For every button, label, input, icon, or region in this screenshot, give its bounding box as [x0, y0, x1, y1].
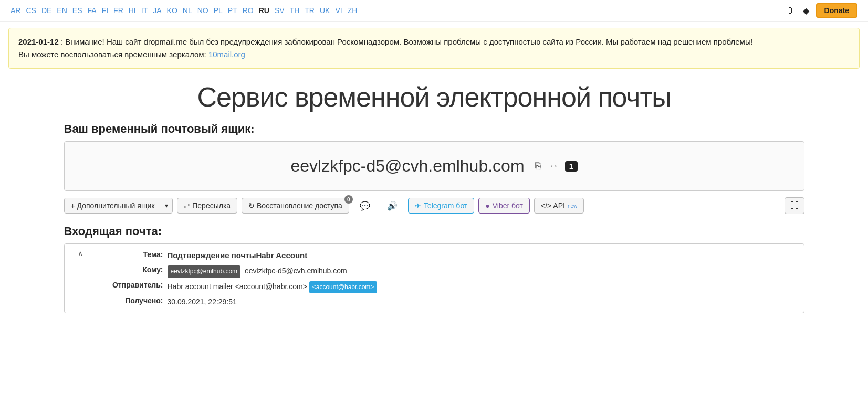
- lang-pt[interactable]: PT: [228, 6, 237, 15]
- lang-nl[interactable]: NL: [183, 6, 192, 15]
- main-content: Сервис временной электронной почты Ваш в…: [54, 81, 815, 313]
- alert-date: 2021-01-12: [18, 37, 59, 46]
- donate-button[interactable]: Donate: [816, 3, 857, 18]
- field-labels: Тема: Кому: Отправитель: Получено:: [95, 248, 163, 307]
- email-subject: Подтверждение почтыHabr Account: [168, 248, 799, 262]
- lang-sv[interactable]: SV: [275, 6, 285, 15]
- to-plain: eevlzkfpc-d5@cvh.emlhub.com: [245, 267, 347, 275]
- mailbox-address: eevlzkfpc-d5@cvh.emlhub.com: [290, 156, 524, 176]
- alert-mirror-text: Вы можете воспользоваться временным зерк…: [18, 50, 208, 59]
- alert-text: : Внимание! Наш сайт dropmail.me был без…: [61, 37, 753, 46]
- lang-ja[interactable]: JA: [153, 6, 161, 15]
- mailbox-actions: ⎘ ↔ 1: [533, 160, 578, 173]
- lang-vi[interactable]: VI: [335, 6, 342, 15]
- lang-ar[interactable]: AR: [11, 6, 20, 15]
- field-values: Подтверждение почтыHabr Account eevlzkfp…: [168, 248, 799, 309]
- language-links: ARCSDEENESFAFIFRHIITJAKONLNOPLPTRORUSVTH…: [11, 6, 357, 15]
- received-label: Получено:: [95, 294, 163, 307]
- access-restore-button[interactable]: ↻ Восстановление доступа 0: [242, 198, 349, 214]
- email-row-0[interactable]: ∧ Тема: Кому: Отправитель: Получено: Под…: [65, 244, 804, 313]
- access-restore-wrapper: ↻ Восстановление доступа 0: [242, 198, 349, 214]
- lang-en[interactable]: EN: [57, 6, 67, 15]
- to-tag-1: eevlzkfpc@emlhub.com: [168, 265, 241, 278]
- alert-message: 2021-01-12 : Внимание! Наш сайт dropmail…: [18, 36, 850, 48]
- sound-button[interactable]: 🔊: [381, 198, 404, 214]
- inbox-label: Входящая почта:: [64, 225, 804, 238]
- from-tag: <account@habr.com>: [309, 281, 378, 294]
- expand-icon[interactable]: ∧: [70, 248, 91, 258]
- lang-fi[interactable]: FI: [102, 6, 108, 15]
- lang-fa[interactable]: FA: [88, 6, 97, 15]
- subject-label: Тема:: [95, 248, 163, 261]
- email-to: eevlzkfpc@emlhub.com eevlzkfpc-d5@cvh.em…: [168, 264, 799, 278]
- bitcoin-icon: ₿: [785, 5, 796, 16]
- lang-hi[interactable]: HI: [129, 6, 136, 15]
- viber-icon: ●: [485, 201, 489, 210]
- page-title: Сервис временной электронной почты: [64, 81, 804, 113]
- access-restore-badge: 0: [344, 195, 353, 204]
- add-mailbox-button[interactable]: + Дополнительный ящик: [65, 198, 161, 213]
- email-received: 30.09.2021, 22:29:51: [168, 295, 799, 309]
- ethereum-icon: ◆: [800, 5, 812, 16]
- lang-no[interactable]: NO: [197, 6, 208, 15]
- copy-address-button[interactable]: ⎘: [533, 160, 543, 173]
- add-mailbox-split-button: + Дополнительный ящик ▾: [64, 198, 173, 214]
- lang-ko[interactable]: KO: [167, 6, 177, 15]
- mailbox-label: Ваш временный почтовый ящик:: [64, 122, 804, 136]
- inbox-table: ∧ Тема: Кому: Отправитель: Получено: Под…: [64, 243, 804, 313]
- lang-pl[interactable]: PL: [214, 6, 223, 15]
- lang-fr[interactable]: FR: [113, 6, 123, 15]
- lang-es[interactable]: ES: [72, 6, 82, 15]
- lang-ru[interactable]: RU: [259, 6, 269, 15]
- telegram-bot-button[interactable]: ✈ Telegram бот: [408, 198, 474, 214]
- lang-th[interactable]: TH: [290, 6, 300, 15]
- lang-de[interactable]: DE: [41, 6, 51, 15]
- forwarding-button[interactable]: ⇄ Пересылка: [177, 198, 237, 214]
- fullscreen-button[interactable]: ⛶: [785, 197, 804, 214]
- from-plain: Habr account mailer <account@habr.com>: [168, 282, 307, 291]
- lang-cs[interactable]: CS: [26, 6, 36, 15]
- top-nav: ARCSDEENESFAFIFRHIITJAKONLNOPLPTRORUSVTH…: [0, 0, 868, 22]
- add-mailbox-dropdown-arrow[interactable]: ▾: [161, 198, 172, 213]
- api-button[interactable]: </> APInew: [534, 198, 584, 214]
- mailbox-display: eevlzkfpc-d5@cvh.emlhub.com ⎘ ↔ 1: [64, 141, 804, 191]
- viber-bot-button[interactable]: ● Viber бот: [478, 198, 530, 214]
- lang-tr[interactable]: TR: [305, 6, 315, 15]
- api-new-badge: new: [568, 203, 577, 209]
- change-address-button[interactable]: ↔: [547, 160, 561, 173]
- lang-uk[interactable]: UK: [320, 6, 330, 15]
- donate-area: ₿ ◆ Donate: [785, 3, 857, 18]
- telegram-icon: ✈: [415, 201, 421, 210]
- lang-ro[interactable]: RO: [243, 6, 254, 15]
- email-from: Habr account mailer <account@habr.com> <…: [168, 280, 799, 294]
- alert-mirror: Вы можете воспользоваться временным зерк…: [18, 48, 850, 61]
- chat-button[interactable]: 💬: [353, 198, 377, 214]
- lang-zh[interactable]: ZH: [348, 6, 358, 15]
- toolbar: + Дополнительный ящик ▾ ⇄ Пересылка ↻ Во…: [64, 197, 804, 214]
- from-label: Отправитель:: [95, 279, 163, 292]
- alert-banner: 2021-01-12 : Внимание! Наш сайт dropmail…: [8, 28, 860, 69]
- to-label: Кому:: [95, 263, 163, 277]
- lang-it[interactable]: IT: [141, 6, 148, 15]
- message-count-badge: 1: [565, 161, 578, 172]
- mirror-link[interactable]: 10mail.org: [208, 50, 245, 59]
